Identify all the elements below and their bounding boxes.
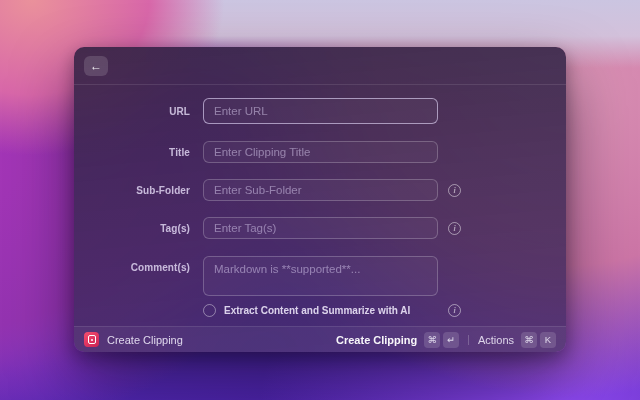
ai-summarize-label: Extract Content and Summarize with AI xyxy=(224,305,410,316)
tags-input[interactable] xyxy=(203,217,438,239)
tags-info-icon[interactable]: i xyxy=(448,222,461,235)
ai-summarize-checkbox[interactable] xyxy=(203,304,216,317)
footer-app-identity: Create Clipping xyxy=(84,332,183,347)
form-row-title: Title xyxy=(74,141,566,163)
form-row-url: URL xyxy=(74,98,566,124)
url-input[interactable] xyxy=(203,98,438,124)
actions-button-label: Actions xyxy=(478,334,514,346)
create-clipping-button[interactable]: Create Clipping ⌘ ↵ xyxy=(336,332,459,348)
url-label: URL xyxy=(74,106,190,117)
form-row-tags: Tag(s) xyxy=(74,217,566,239)
subfolder-input[interactable] xyxy=(203,179,438,201)
clipping-glyph-icon xyxy=(88,335,96,344)
tags-label: Tag(s) xyxy=(74,223,190,234)
return-key-icon: ↵ xyxy=(443,332,459,348)
comments-textarea[interactable] xyxy=(203,256,438,296)
title-input[interactable] xyxy=(203,141,438,163)
footer-actions: Create Clipping ⌘ ↵ | Actions ⌘ K xyxy=(336,332,556,348)
footer-app-name: Create Clipping xyxy=(107,334,183,346)
back-button[interactable]: ← xyxy=(84,56,108,76)
footer-actions-divider: | xyxy=(467,334,470,345)
form-row-ai-checkbox: Extract Content and Summarize with AI xyxy=(74,303,566,317)
dialog-header: ← xyxy=(74,47,566,85)
desktop-wallpaper: { "window": { "header": { "back_icon": "… xyxy=(0,0,640,400)
k-key-icon: K xyxy=(540,332,556,348)
dialog-footer: Create Clipping Create Clipping ⌘ ↵ | Ac… xyxy=(74,326,566,352)
app-logo-icon xyxy=(84,332,99,347)
form-row-comments: Comment(s) xyxy=(74,256,566,296)
subfolder-info-icon[interactable]: i xyxy=(448,184,461,197)
command-key-icon: ⌘ xyxy=(424,332,440,348)
back-arrow-icon: ← xyxy=(90,59,102,73)
title-label: Title xyxy=(74,147,190,158)
actions-menu-button[interactable]: Actions ⌘ K xyxy=(478,332,556,348)
comments-label: Comment(s) xyxy=(74,262,190,273)
command-key-icon: ⌘ xyxy=(521,332,537,348)
subfolder-label: Sub-Folder xyxy=(74,185,190,196)
create-clipping-dialog: ← URL Title Sub-Folder i Tag(s) i Commen… xyxy=(74,47,566,352)
form-row-subfolder: Sub-Folder xyxy=(74,179,566,201)
create-clipping-button-label: Create Clipping xyxy=(336,334,417,346)
ai-summarize-info-icon[interactable]: i xyxy=(448,304,461,317)
